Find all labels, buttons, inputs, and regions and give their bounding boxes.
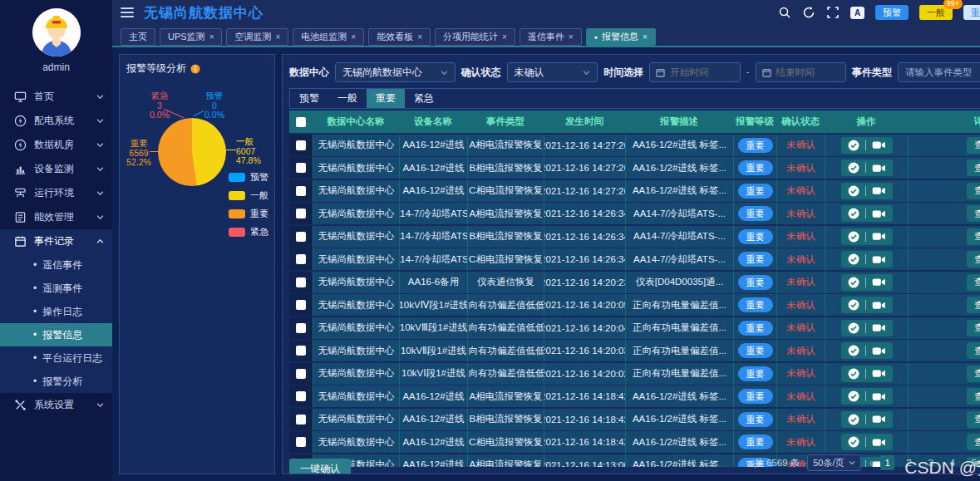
video-camera-icon[interactable]: [872, 323, 886, 332]
important-badge[interactable]: 重要 99+: [963, 5, 980, 20]
page-number[interactable]: 4: [945, 455, 959, 470]
level-badge[interactable]: 重要: [738, 229, 773, 244]
level-badge[interactable]: 重要: [738, 138, 773, 153]
prev-page-icon[interactable]: ‹: [869, 456, 873, 469]
search-icon[interactable]: [778, 6, 791, 19]
video-camera-icon[interactable]: [872, 301, 886, 310]
page-number[interactable]: 3: [923, 455, 938, 470]
translate-icon[interactable]: A: [850, 7, 864, 19]
confirm-check-icon[interactable]: [848, 277, 859, 288]
view-button[interactable]: 查看: [967, 205, 980, 222]
select-all-checkbox[interactable]: [296, 117, 306, 127]
sidebar-item-data-room[interactable]: 数据机房: [0, 133, 112, 157]
sidebar-item-power-system[interactable]: 配电系统: [0, 109, 112, 133]
sidebar-item-environment[interactable]: 运行环境: [0, 181, 112, 205]
view-button[interactable]: 查看: [967, 274, 980, 291]
sidebar-subitem-remote-signal[interactable]: • 遥信事件: [0, 253, 112, 277]
level-badge[interactable]: 重要: [738, 389, 773, 404]
row-checkbox[interactable]: [296, 369, 306, 379]
level-badge[interactable]: 重要: [738, 321, 773, 336]
datacenter-select[interactable]: 无锡尚航数据中心: [335, 62, 456, 82]
legend-item[interactable]: 重要: [229, 208, 268, 220]
sidebar-item-settings[interactable]: 系统设置: [0, 393, 112, 417]
close-icon[interactable]: ×: [502, 29, 507, 45]
severity-tab-general[interactable]: 一般: [328, 89, 367, 108]
tab-remote-signal[interactable]: 遥信事件×: [520, 28, 582, 46]
sidebar-subitem-alarm-info[interactable]: • 报警信息: [0, 323, 112, 346]
confirm-check-icon[interactable]: [848, 185, 859, 197]
video-camera-icon[interactable]: [872, 255, 886, 264]
row-checkbox[interactable]: [296, 415, 306, 425]
info-icon[interactable]: [190, 64, 200, 74]
row-checkbox[interactable]: [296, 232, 306, 242]
legend-item[interactable]: 预警: [229, 171, 268, 184]
fullscreen-icon[interactable]: [826, 6, 840, 19]
row-checkbox[interactable]: [296, 140, 306, 150]
level-badge[interactable]: 重要: [738, 412, 773, 427]
close-icon[interactable]: ×: [275, 29, 280, 45]
level-badge[interactable]: 重要: [738, 366, 773, 381]
level-badge[interactable]: 重要: [738, 297, 773, 312]
confirm-check-icon[interactable]: [848, 208, 859, 219]
confirm-check-icon[interactable]: [848, 322, 859, 334]
level-badge[interactable]: 重要: [738, 434, 773, 449]
view-button[interactable]: 查看: [967, 251, 980, 267]
video-camera-icon[interactable]: [872, 164, 886, 173]
video-camera-icon[interactable]: [872, 438, 886, 447]
tab-home[interactable]: 主页: [121, 28, 155, 46]
tab-ups[interactable]: UPS监测×: [160, 28, 222, 46]
close-icon[interactable]: ×: [417, 29, 422, 45]
end-time-picker[interactable]: [756, 62, 846, 82]
legend-item[interactable]: 一般: [229, 189, 268, 202]
severity-tab-urgent[interactable]: 紧急: [405, 89, 443, 108]
legend-item[interactable]: 紧急: [229, 226, 268, 238]
view-button[interactable]: 查看: [967, 137, 980, 154]
severity-tab-important[interactable]: 重要: [367, 89, 405, 108]
status-select[interactable]: 未确认: [507, 62, 598, 82]
sidebar-subitem-platform-log[interactable]: • 平台运行日志: [0, 346, 112, 370]
row-checkbox[interactable]: [296, 186, 306, 196]
confirm-check-icon[interactable]: [848, 414, 859, 425]
confirm-check-icon[interactable]: [848, 162, 859, 174]
view-button[interactable]: 查看: [967, 342, 980, 359]
video-camera-icon[interactable]: [872, 277, 886, 287]
close-icon[interactable]: ×: [351, 29, 356, 45]
row-checkbox[interactable]: [296, 437, 306, 447]
page-number[interactable]: 5: [967, 455, 980, 470]
refresh-icon[interactable]: [802, 6, 815, 19]
tab-battery[interactable]: 电池组监测×: [293, 28, 364, 46]
video-camera-icon[interactable]: [872, 346, 886, 356]
general-badge[interactable]: 一般 99+: [919, 5, 953, 20]
avatar[interactable]: [32, 8, 81, 56]
video-camera-icon[interactable]: [872, 392, 886, 401]
event-type-input[interactable]: [898, 62, 980, 82]
page-size-select[interactable]: 50条/页: [807, 454, 861, 471]
video-camera-icon[interactable]: [872, 186, 886, 195]
warning-badge[interactable]: 预警: [875, 5, 909, 20]
close-icon[interactable]: ×: [209, 29, 214, 45]
video-camera-icon[interactable]: [872, 209, 886, 218]
sidebar-item-event-log[interactable]: 事件记录: [0, 229, 112, 253]
level-badge[interactable]: 重要: [738, 343, 773, 358]
confirm-check-icon[interactable]: [848, 140, 859, 151]
video-camera-icon[interactable]: [872, 369, 886, 378]
sidebar-subitem-alarm-analysis[interactable]: • 报警分析: [0, 370, 112, 393]
sidebar-item-home[interactable]: 首页: [0, 85, 112, 109]
level-badge[interactable]: 重要: [738, 206, 773, 221]
confirm-check-icon[interactable]: [848, 345, 859, 356]
video-camera-icon[interactable]: [872, 140, 886, 150]
page-number[interactable]: 1: [880, 455, 894, 470]
row-checkbox[interactable]: [296, 209, 306, 218]
hamburger-menu-icon[interactable]: [121, 5, 134, 20]
close-icon[interactable]: ×: [643, 29, 648, 45]
level-badge[interactable]: 重要: [738, 252, 773, 267]
confirm-check-icon[interactable]: [848, 299, 859, 311]
row-checkbox[interactable]: [296, 300, 306, 310]
view-button[interactable]: 查看: [967, 183, 980, 199]
confirm-check-icon[interactable]: [848, 231, 859, 243]
video-camera-icon[interactable]: [872, 232, 886, 241]
confirm-check-icon[interactable]: [848, 436, 859, 448]
tab-energy-stats[interactable]: 分项用能统计×: [435, 28, 515, 46]
severity-tab-warning[interactable]: 预警: [290, 89, 328, 108]
row-checkbox[interactable]: [296, 323, 306, 333]
